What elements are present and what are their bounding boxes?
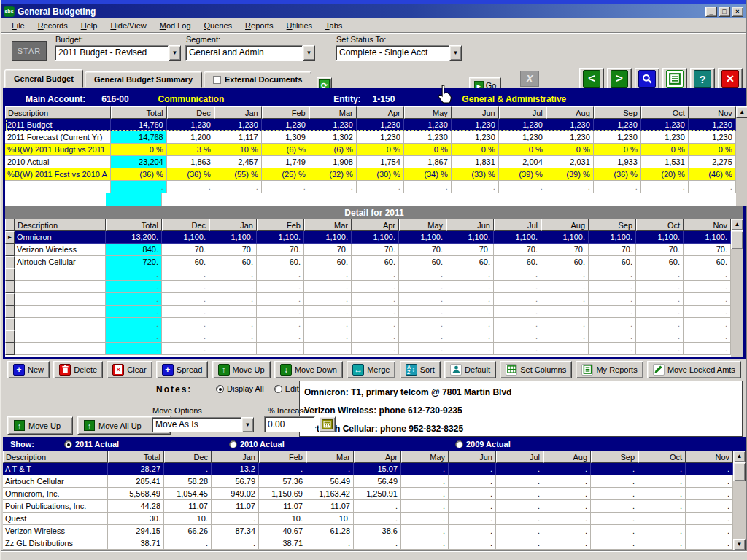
column-header-jul[interactable]: Jul [499,106,546,119]
scroll-track[interactable] [731,249,743,357]
move-locked-amts-button[interactable]: Move Locked Amts [647,361,741,378]
row-selector[interactable]: ► [5,231,15,244]
empty-row[interactable]: ............. [5,306,731,318]
notes-option-edit[interactable]: Edit [274,384,299,393]
external-documents-checkbox[interactable] [213,76,221,84]
tab-general-budget-summary[interactable]: General Budget Summary [85,71,202,88]
column-header-apr[interactable]: Apr [352,219,399,231]
chevron-down-icon[interactable]: ▼ [303,45,315,61]
scroll-down-icon[interactable]: ▼ [733,539,746,551]
column-header-may[interactable]: May [399,219,446,231]
move-up-button[interactable]: ↑Move Up [212,361,271,378]
increase-input[interactable] [264,416,315,432]
menu-item-utilities[interactable]: Utilities [281,20,318,31]
detail-table-scrollbar[interactable]: ▲ [731,219,743,357]
chevron-down-icon[interactable]: ▼ [169,45,181,61]
table-row[interactable]: A T & T28.27.13.2..15.07....... [3,463,733,475]
menu-item-tabs[interactable]: Tabs [320,20,348,31]
table-row[interactable]: ►Omnicron13,200.1,100.1,100.1,100.1,100.… [5,231,731,244]
menu-item-queries[interactable]: Queries [198,20,239,31]
table-row[interactable]: Airtouch Cellular720.60.60.60.60.60.60.6… [5,256,731,268]
move-options-combo[interactable]: Move As Is ▼ [152,417,254,432]
column-header-feb[interactable]: Feb [262,106,309,119]
column-header-jan[interactable]: Jan [214,106,262,119]
my-reports-button[interactable]: My Reports [576,361,643,378]
segment-combo[interactable]: General and Admin ▼ [185,45,315,61]
menu-item-mod-log[interactable]: Mod Log [154,20,197,31]
table-row[interactable]: Point Publications, Inc.44.2811.0711.071… [3,500,733,513]
table-row[interactable]: Omnicrom, Inc.5,568.491,054.45949.021,15… [3,488,733,500]
menu-item-hide-view[interactable]: Hide/View [104,20,152,31]
scroll-up-icon[interactable]: ▲ [736,106,747,118]
scroll-up-icon[interactable]: ▲ [731,219,743,230]
scroll-track[interactable] [733,481,746,539]
menu-item-records[interactable]: Records [32,20,74,31]
notes-text-box[interactable]: Omnicron: T1, primary telcom @ 7801 Mart… [299,381,743,437]
column-header-total[interactable]: Total [111,106,167,119]
column-header-nov[interactable]: Nov [689,106,736,119]
column-header-oct[interactable]: Oct [638,451,686,463]
set-status-combo[interactable]: Complete - Single Acct ▼ [336,45,462,61]
star-button[interactable]: STAR [12,41,47,61]
row-selector[interactable] [5,244,15,256]
empty-row[interactable]: ............. [5,330,731,343]
scroll-thumb[interactable] [731,230,743,249]
empty-row[interactable]: ............. [5,268,731,281]
menu-item-help[interactable]: Help [75,20,104,31]
minimize-button[interactable]: _ [705,7,717,17]
chevron-down-icon[interactable]: ▼ [449,45,462,61]
main-table-scrollbar[interactable]: ▲ [736,106,747,206]
table-row[interactable]: Airtouch Cellular285.4158.2856.7957.3656… [3,475,733,488]
column-header-mar[interactable]: Mar [304,219,352,231]
column-header-sep[interactable]: Sep [591,451,638,463]
table-row[interactable]: 2011 Forecast (Current Yr)14,7681,2001,1… [5,131,736,144]
row-selector[interactable] [5,343,15,355]
column-header-jun[interactable]: Jun [449,451,496,463]
spread-button[interactable]: +Spread [156,361,208,378]
menu-item-file[interactable]: File [6,20,31,31]
new-button[interactable]: +New [7,361,50,378]
table-row[interactable]: Verizon Wireless294.1566.2687.3440.6761.… [3,525,733,537]
menu-item-reports[interactable]: Reports [239,20,279,31]
table-row[interactable]: %B(W) 2011 Fcst vs 2010 A(36) %(36) %(55… [5,168,736,181]
column-header-jun[interactable]: Jun [446,219,494,231]
row-selector[interactable] [5,330,15,343]
column-header-total[interactable]: Total [108,451,164,463]
table-row[interactable]: %B(W) 2011 Budgt vs 20110 %3 %10 %(6) %(… [5,144,736,156]
row-selector[interactable] [5,293,15,306]
notes-option-display-all[interactable]: Display All [216,384,264,393]
column-header-dec[interactable]: Dec [164,451,212,463]
column-header-aug[interactable]: Aug [543,451,591,463]
empty-row[interactable]: ............. [5,318,731,330]
maximize-button[interactable]: □ [719,7,730,17]
move-down-button[interactable]: ↓Move Down [274,361,343,378]
sort-button[interactable]: AZ↕Sort [400,361,441,378]
delete-button[interactable]: Delete [53,361,103,378]
row-selector[interactable] [5,256,15,268]
column-header-nov[interactable]: Nov [686,451,733,463]
table-row[interactable]: Verizon Wireless840.70.70.70.70.70.70.70… [5,244,731,256]
merge-button[interactable]: ↔Merge [347,361,395,378]
empty-row[interactable]: ............. [5,181,736,193]
budget-combo[interactable]: 2011 Budget - Revised ▼ [55,45,181,61]
column-header-apr[interactable]: Apr [354,451,401,463]
column-header-may[interactable]: May [404,106,452,119]
row-selector[interactable] [5,306,15,318]
column-header-description[interactable]: Description [5,106,111,119]
table-row[interactable]: 2010 Actual23,2041,8632,4571,7491,9081,7… [5,156,736,168]
row-selector[interactable] [5,281,15,293]
column-header-apr[interactable]: Apr [357,106,404,119]
scroll-thumb[interactable] [733,462,746,481]
default-button[interactable]: Default [444,361,496,378]
column-header-description[interactable]: Description [3,451,108,463]
table-row[interactable]: Quest30.10..10.10......... [3,513,733,525]
column-header-mar[interactable]: Mar [309,106,357,119]
column-header-jan[interactable]: Jan [212,451,259,463]
set-columns-button[interactable]: Set Columns [500,361,572,378]
show-option-2009-actual[interactable]: 2009 Actual [455,440,511,448]
empty-row[interactable]: ............. [5,293,731,306]
show-option-2010-actual[interactable]: 2010 Actual [229,440,285,448]
column-header-description[interactable]: Description [15,219,106,231]
close-button[interactable]: × [732,7,743,17]
column-header-jul[interactable]: Jul [496,451,543,463]
